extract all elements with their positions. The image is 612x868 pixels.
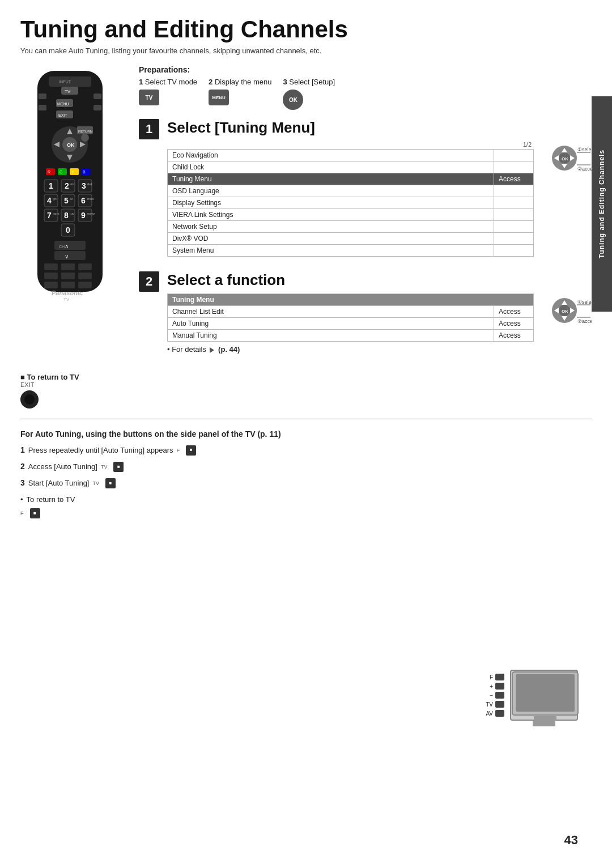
side-label-plus: + xyxy=(490,683,493,690)
ok-diagram-2: OK ①select ②access xyxy=(546,293,592,327)
return-sub-label: EXIT xyxy=(20,381,79,388)
side-label-tv: TV xyxy=(486,701,493,708)
preparations-title: Preparations: xyxy=(139,65,592,74)
svg-text:Panasonic: Panasonic xyxy=(52,290,83,296)
svg-text:①select: ①select xyxy=(577,299,592,305)
step-btn-3: ■ xyxy=(105,478,116,488)
page-title: Tuning and Editing Channels xyxy=(0,0,612,46)
remote-control-illustration: INPUT TV MENU EXIT OK xyxy=(20,65,125,365)
svg-rect-64 xyxy=(44,263,58,270)
svg-rect-7 xyxy=(39,105,46,110)
bullet-dot: • xyxy=(20,493,23,506)
svg-text:OK: OK xyxy=(562,309,568,314)
ok-button-diagram-1: OK ①select ②access xyxy=(546,141,592,175)
svg-text:pqrs: pqrs xyxy=(53,212,60,215)
bottom-step-1: 1 Press repeatedly until [Auto Tuning] a… xyxy=(20,443,592,457)
svg-text:OK: OK xyxy=(67,142,75,148)
svg-text:RETURN: RETURN xyxy=(78,130,92,133)
svg-text:OK: OK xyxy=(562,156,568,161)
table-row: Child Lock xyxy=(168,161,534,173)
menu-item-label: Channel List Edit xyxy=(168,306,494,318)
menu-item-access xyxy=(494,150,534,161)
prep-step-3-num: 3 Select [Setup] xyxy=(283,78,335,86)
svg-text:MENU: MENU xyxy=(57,102,69,106)
side-btn-av: AV xyxy=(486,710,504,717)
side-btn-sq-minus xyxy=(495,692,504,699)
side-label-av: AV xyxy=(486,710,493,717)
svg-rect-62 xyxy=(54,251,86,260)
svg-rect-67 xyxy=(44,273,58,279)
table-row: Auto Tuning Access xyxy=(168,318,534,330)
side-label-vertical: Tuning and Editing Channels xyxy=(592,96,612,312)
menu-item-label: System Menu xyxy=(168,245,494,257)
svg-text:1: 1 xyxy=(49,181,53,190)
step-text-3: Start [Auto Tuning] xyxy=(28,476,90,490)
page-number: 43 xyxy=(564,833,578,848)
page-ref: (p. 44) xyxy=(218,345,240,354)
svg-text:CH: CH xyxy=(59,245,65,249)
step-num-3: 3 xyxy=(20,476,25,490)
return-btn: ■ xyxy=(30,508,40,518)
section-1-menu-table: Eco Navigation Child Lock Tuning MenuAcc… xyxy=(167,149,534,257)
svg-text:8: 8 xyxy=(64,211,69,220)
prep-tv-icon: TV xyxy=(139,90,159,105)
svg-rect-8 xyxy=(94,105,101,110)
svg-text:INPUT: INPUT xyxy=(59,80,71,84)
svg-text:mno: mno xyxy=(87,197,94,201)
svg-text:tuv: tuv xyxy=(70,212,74,215)
svg-rect-6 xyxy=(94,93,101,99)
menu-item-access: Access xyxy=(494,306,534,318)
instructions-col: Preparations: 1 Select TV mode TV 2 Disp… xyxy=(139,65,592,365)
menu-item-label: DivX® VOD xyxy=(168,233,494,245)
section-1: 1 Select [Tuning Menu] 1/2 Eco Navigatio… xyxy=(139,119,592,260)
section-2: 2 Select a function Tuning Menu Channel … xyxy=(139,271,592,354)
svg-point-97 xyxy=(24,394,35,405)
bottom-steps: 1 Press repeatedly until [Auto Tuning] a… xyxy=(20,443,592,518)
svg-text:①select: ①select xyxy=(577,147,592,152)
table-row: Channel List Edit Access xyxy=(168,306,534,318)
step-tv-label-3: TV xyxy=(92,479,99,488)
svg-rect-99 xyxy=(516,674,575,712)
menu-item-label: Eco Navigation xyxy=(168,150,494,161)
svg-rect-5 xyxy=(39,93,46,99)
menu-item-access xyxy=(494,185,534,197)
bottom-step-3: 3 Start [Auto Tuning] TV ■ xyxy=(20,476,592,490)
menu-item-access xyxy=(494,221,534,233)
table-row: Display Settings xyxy=(168,197,534,209)
return-col: ■ To return to TV EXIT xyxy=(20,373,79,409)
table-row: Network Setup xyxy=(168,221,534,233)
svg-text:9: 9 xyxy=(81,211,86,220)
svg-point-22 xyxy=(81,134,89,142)
section-2-number: 2 xyxy=(139,271,159,292)
step-tv-label-2: TV xyxy=(101,462,108,471)
svg-rect-68 xyxy=(61,273,75,279)
svg-rect-69 xyxy=(78,273,92,279)
table-row-highlighted: Tuning MenuAccess xyxy=(168,173,534,185)
table-row: System Menu xyxy=(168,245,534,257)
svg-text:7: 7 xyxy=(47,211,52,220)
step-text-1: Press repeatedly until [Auto Tuning] app… xyxy=(28,444,173,457)
side-btn-sq-av xyxy=(495,710,504,717)
svg-text:②access: ②access xyxy=(577,166,592,172)
section-1-heading: Select [Tuning Menu] xyxy=(167,119,592,137)
exit-button xyxy=(20,390,39,409)
menu-item-label: OSD Language xyxy=(168,185,494,197)
menu-item-label: Manual Tuning xyxy=(168,330,494,342)
step-f-label: F xyxy=(177,446,180,455)
side-label-f: F xyxy=(490,674,493,680)
menu-item-access xyxy=(494,209,534,221)
step-num-2: 2 xyxy=(20,459,25,474)
menu-item-access xyxy=(494,245,534,257)
side-label-minus: − xyxy=(490,692,493,699)
section-1-number: 1 xyxy=(139,119,159,139)
svg-text:Y: Y xyxy=(71,170,74,174)
menu-item-label: Tuning Menu xyxy=(168,173,494,185)
ok-diagram-1: OK ①select ②access xyxy=(546,141,592,175)
preparations-section: Preparations: 1 Select TV mode TV 2 Disp… xyxy=(139,65,592,110)
svg-text:TV: TV xyxy=(65,89,71,94)
section-2-content: Select a function Tuning Menu Channel Li… xyxy=(167,271,592,354)
for-details: • For details (p. 44) xyxy=(167,345,534,354)
table-row: OSD Language xyxy=(168,185,534,197)
svg-text:2: 2 xyxy=(65,181,69,190)
prep-menu-icon: MENU xyxy=(209,90,229,105)
